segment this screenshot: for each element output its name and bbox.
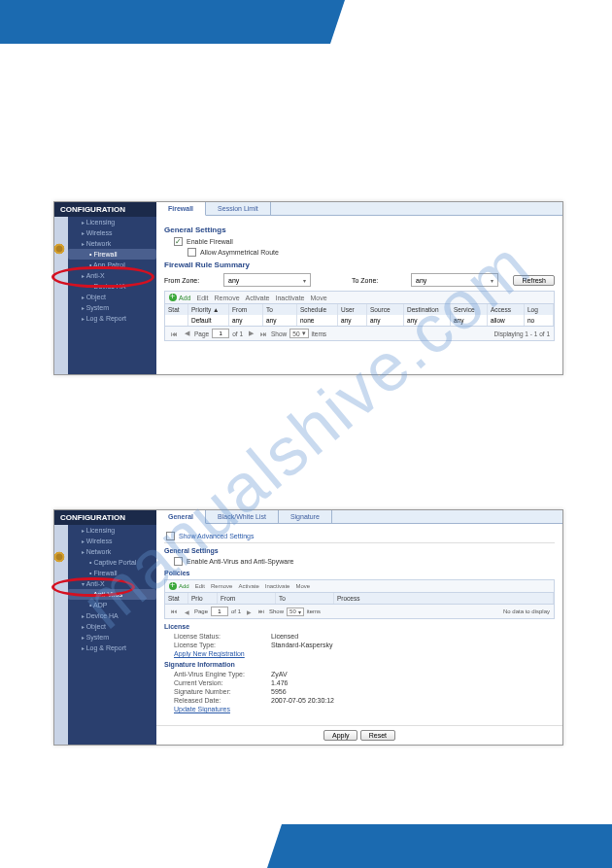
sidebar-item-system[interactable]: System bbox=[68, 632, 156, 642]
sidebar-item-network[interactable]: Network bbox=[68, 238, 156, 249]
tab-firewall[interactable]: Firewall bbox=[156, 202, 206, 216]
link-apply-registration[interactable]: Apply New Registration bbox=[174, 650, 245, 657]
pager-first[interactable]: ⏮ bbox=[169, 329, 179, 338]
sidebar-item-object[interactable]: Object bbox=[68, 621, 156, 632]
pager-next[interactable]: ▶ bbox=[246, 329, 255, 338]
toolbar-inactivate[interactable]: Inactivate bbox=[265, 583, 290, 589]
sidebar-item-anti-x[interactable]: Anti-X bbox=[68, 578, 156, 589]
label-released-date: Released Date: bbox=[174, 697, 271, 704]
select-from-zone[interactable]: any▾ bbox=[223, 273, 311, 287]
bottom-buttons: Apply Reset bbox=[156, 725, 562, 745]
pager-next[interactable]: ▶ bbox=[244, 607, 254, 616]
toolbar-activate[interactable]: Activate bbox=[238, 583, 258, 589]
page-footer-bar bbox=[282, 824, 612, 868]
pager-first[interactable]: ⏮ bbox=[169, 607, 179, 616]
toolbar-remove[interactable]: Remove bbox=[211, 583, 232, 589]
pager-prev[interactable]: ◀ bbox=[182, 329, 191, 338]
sidebar: CONFIGURATION Licensing Wireless Network… bbox=[54, 510, 156, 745]
checkbox-asym-route[interactable]: Allow Asymmetrical Route bbox=[187, 248, 555, 257]
sidebar-item-device-ha[interactable]: Device HA bbox=[68, 610, 156, 621]
plus-icon bbox=[169, 582, 177, 590]
sidebar-item-licensing[interactable]: Licensing bbox=[68, 217, 156, 227]
policies-table: Stat Prio From To Process bbox=[164, 592, 555, 605]
pager-last[interactable]: ⏭ bbox=[256, 607, 266, 616]
sidebar-item-firewall[interactable]: Firewall bbox=[68, 568, 156, 578]
tab-signature[interactable]: Signature bbox=[279, 510, 332, 523]
label-license-type: License Type: bbox=[174, 642, 271, 648]
pager-page-input[interactable] bbox=[211, 607, 228, 616]
screenshot-antivirus: CONFIGURATION Licensing Wireless Network… bbox=[53, 509, 563, 746]
toolbar-activate[interactable]: Activate bbox=[246, 295, 270, 301]
table-row[interactable]: Default any any none any any any any all… bbox=[165, 315, 554, 326]
sidebar-item-wireless[interactable]: Wireless bbox=[68, 227, 156, 238]
sidebar-title: CONFIGURATION bbox=[54, 202, 156, 217]
sidebar-item-firewall[interactable]: Firewall bbox=[68, 249, 156, 260]
toolbar-edit[interactable]: Edit bbox=[196, 295, 208, 301]
section-signature: Signature Information bbox=[164, 661, 555, 668]
sidebar-item-log-report[interactable]: Log & Report bbox=[68, 642, 156, 653]
table-header: Stat Priority ▲ From To Schedule User So… bbox=[165, 304, 554, 315]
toolbar-add[interactable]: Add bbox=[169, 582, 189, 590]
toolbar-edit[interactable]: Edit bbox=[195, 583, 205, 589]
reset-button[interactable]: Reset bbox=[360, 730, 395, 741]
check-icon bbox=[174, 237, 183, 246]
sidebar-item-system[interactable]: System bbox=[68, 302, 156, 313]
toolbar-add[interactable]: Add bbox=[169, 294, 190, 301]
section-policies: Policies bbox=[164, 570, 555, 576]
table-toolbar: Add Edit Remove Activate Inactivate Move bbox=[164, 291, 555, 303]
pager-prev[interactable]: ◀ bbox=[182, 607, 191, 616]
value-license-status: Licensed bbox=[271, 633, 298, 640]
link-update-signatures[interactable]: Update Signatures bbox=[174, 706, 230, 712]
plus-icon bbox=[169, 294, 177, 301]
pager-display-text: Displaying 1 - 1 of 1 bbox=[494, 330, 550, 337]
sidebar-item-log-report[interactable]: Log & Report bbox=[68, 313, 156, 324]
value-engine-type: ZyAV bbox=[271, 671, 288, 677]
pager-size-select[interactable]: 50▾ bbox=[289, 329, 308, 338]
sidebar-item-wireless[interactable]: Wireless bbox=[68, 536, 156, 546]
toolbar-remove[interactable]: Remove bbox=[215, 295, 240, 301]
tab-bwlist[interactable]: Black/White List bbox=[206, 510, 279, 523]
sidebar-item-adp[interactable]: ADP bbox=[68, 600, 156, 610]
sidebar-item-device-ha[interactable]: Device HA bbox=[68, 281, 156, 292]
label-to-zone: To Zone: bbox=[352, 277, 405, 284]
tab-bar: General Black/White List Signature bbox=[156, 510, 562, 524]
checkbox-enable-firewall[interactable]: Enable Firewall bbox=[174, 237, 555, 246]
sidebar-item-app-patrol[interactable]: App Patrol bbox=[68, 260, 156, 270]
sidebar-item-antivirus[interactable]: Anti-Virus bbox=[68, 589, 156, 600]
chevron-down-icon: ▾ bbox=[298, 608, 301, 615]
value-license-type: Standard-Kaspersky bbox=[271, 642, 332, 648]
label-current-version: Current Version: bbox=[174, 679, 271, 686]
gear-icon bbox=[52, 242, 68, 258]
tab-general[interactable]: General bbox=[156, 510, 206, 524]
section-general: General Settings bbox=[164, 547, 555, 554]
show-advanced-settings[interactable]: Show Advanced Settings bbox=[166, 532, 555, 540]
tab-bar: Firewall Session Limit bbox=[156, 202, 562, 216]
sidebar-iconcol bbox=[54, 217, 68, 374]
toolbar-move[interactable]: Move bbox=[310, 295, 326, 301]
label-engine-type: Anti-Virus Engine Type: bbox=[174, 671, 271, 677]
table-header: Stat Prio From To Process bbox=[165, 593, 554, 604]
pager-last[interactable]: ⏭ bbox=[258, 329, 268, 338]
sidebar-item-captive[interactable]: Captive Portal bbox=[68, 557, 156, 568]
value-current-version: 1.476 bbox=[271, 679, 289, 686]
gear-icon bbox=[52, 550, 68, 566]
page-header-bar bbox=[0, 0, 330, 44]
label-sig-number: Signature Number: bbox=[174, 688, 271, 695]
apply-button[interactable]: Apply bbox=[323, 730, 358, 741]
tab-session-limit[interactable]: Session Limit bbox=[206, 202, 271, 215]
pager-display-text: No data to display bbox=[503, 608, 550, 614]
sidebar-item-anti-x[interactable]: Anti-X bbox=[68, 270, 156, 281]
sidebar-item-licensing[interactable]: Licensing bbox=[68, 525, 156, 536]
select-to-zone[interactable]: any▾ bbox=[411, 273, 498, 287]
section-general: General Settings bbox=[164, 226, 555, 234]
chevron-down-icon: ▾ bbox=[302, 330, 306, 337]
sidebar-item-network[interactable]: Network bbox=[68, 546, 156, 557]
pager-size-select[interactable]: 50▾ bbox=[287, 608, 304, 616]
pager-page-input[interactable] bbox=[212, 329, 229, 338]
sidebar-item-object[interactable]: Object bbox=[68, 292, 156, 302]
toolbar-inactivate[interactable]: Inactivate bbox=[276, 295, 305, 301]
value-sig-number: 5956 bbox=[271, 688, 287, 695]
refresh-button[interactable]: Refresh bbox=[513, 275, 555, 286]
toolbar-move[interactable]: Move bbox=[295, 583, 310, 589]
checkbox-enable-av[interactable]: Enable Anti-Virus and Anti-Spyware bbox=[174, 557, 555, 566]
